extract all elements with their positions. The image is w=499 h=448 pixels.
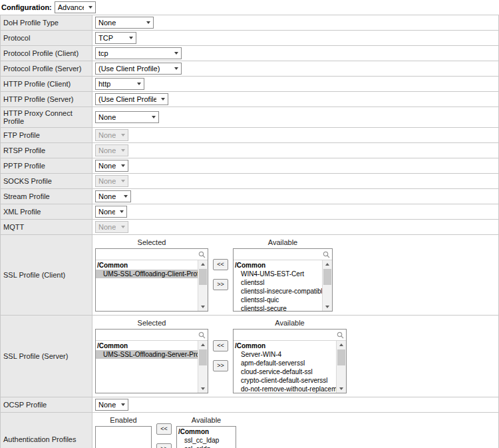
ssl-server-selected-header: Selected [95, 318, 208, 329]
http-proxy-connect-profile-select[interactable]: None [95, 111, 159, 123]
scroll-thumb[interactable] [337, 349, 345, 365]
xml-profile-cell: None [92, 204, 499, 220]
rtsp-profile-select: None [95, 144, 128, 156]
row-protocol-profile-server: Protocol Profile (Server) (Use Client Pr… [1, 61, 499, 77]
move-to-available-button[interactable]: >> [213, 279, 228, 290]
row-ftp-profile: FTP Profile None [1, 128, 499, 143]
scroll-down-icon[interactable] [198, 385, 208, 393]
scroll-down-icon[interactable] [198, 303, 208, 311]
http-profile-server-select[interactable]: (Use Client Profile) [95, 93, 168, 105]
protocol-profile-server-label: Protocol Profile (Server) [1, 61, 92, 77]
row-ssl-profile-client: SSL Profile (Client) Selected /Common UM… [1, 235, 499, 316]
list-item[interactable]: do-not-remove-without-replacement [234, 385, 336, 393]
scroll-thumb[interactable] [199, 349, 207, 365]
chevron-down-icon [137, 83, 141, 85]
ssl-client-available-listbox[interactable]: /Common WIN4-UMS-EST-Cert clientssl clie… [233, 248, 333, 312]
stream-profile-select[interactable]: None [95, 190, 131, 202]
ssl-server-available-search-input[interactable] [234, 330, 346, 341]
move-to-available-button[interactable]: >> [213, 360, 228, 371]
scrollbar[interactable] [322, 260, 332, 311]
list-group-header: /Common [177, 427, 236, 436]
select-value: (Use Client Profile) [98, 65, 160, 73]
socks-profile-cell: None [92, 174, 499, 189]
socks-profile-select: None [95, 175, 128, 187]
list-item[interactable]: clientssl-quic [234, 296, 322, 304]
move-to-selected-button[interactable]: << [213, 340, 228, 351]
ssl-client-selected-search-input[interactable] [96, 249, 208, 260]
configuration-select[interactable]: Advanced [55, 1, 96, 13]
row-xml-profile: XML Profile None [1, 204, 499, 220]
list-item[interactable]: UMS-SSL-Offloading-Server-Profile [96, 350, 198, 359]
list-item[interactable]: clientssl-secure [234, 304, 322, 311]
ssl-server-available-listbox[interactable]: /Common Server-WIN-4 apm-default-servers… [233, 329, 347, 393]
scroll-up-icon[interactable] [323, 260, 332, 268]
list-item[interactable]: clientssl [234, 278, 322, 287]
auth-move-buttons: << >> [156, 423, 172, 448]
scroll-up-icon[interactable] [198, 260, 208, 268]
ssl-client-available-search-input[interactable] [234, 249, 332, 260]
scroll-up-icon[interactable] [337, 341, 346, 349]
chevron-down-icon [121, 180, 125, 182]
doh-profile-type-select[interactable]: None [95, 17, 154, 29]
ftp-profile-cell: None [92, 128, 499, 143]
scroll-down-icon[interactable] [337, 385, 346, 393]
chevron-down-icon [124, 195, 128, 198]
select-value: None [98, 162, 116, 170]
list-item[interactable]: Server-WIN-4 [234, 350, 336, 359]
list-item[interactable]: clientssl-insecure-compatible [234, 287, 322, 296]
scroll-thumb[interactable] [199, 269, 207, 285]
row-protocol: Protocol TCP [1, 31, 499, 46]
stream-profile-label: Stream Profile [1, 189, 92, 204]
row-http-profile-server: HTTP Profile (Server) (Use Client Profil… [1, 92, 499, 107]
chevron-down-icon [174, 52, 178, 55]
list-item[interactable]: apm-default-serverssl [234, 359, 336, 367]
protocol-select[interactable]: TCP [95, 32, 136, 44]
ssl-profile-client-label: SSL Profile (Client) [1, 235, 92, 316]
move-to-enabled-button[interactable]: << [156, 423, 172, 435]
authentication-profiles-label: Authentication Profiles [1, 413, 92, 448]
http-profile-server-cell: (Use Client Profile) [92, 92, 499, 107]
select-value: None [98, 401, 116, 409]
list-item[interactable]: ssl_cc_ldap [177, 436, 236, 445]
select-value: None [98, 131, 116, 139]
http-profile-client-select[interactable]: http [95, 78, 144, 90]
scroll-down-icon[interactable] [323, 303, 332, 311]
pptp-profile-select[interactable]: None [95, 160, 128, 172]
http-proxy-connect-profile-label: HTTP Proxy Connect Profile [1, 107, 92, 128]
configuration-label: Configuration: [1, 3, 52, 11]
row-http-profile-client: HTTP Profile (Client) http [1, 77, 499, 92]
mqtt-select: None [95, 221, 128, 233]
ssl-client-available-header: Available [233, 238, 333, 248]
auth-available-listbox[interactable]: /Common ssl_cc_ldap ssl_crldp ssl_ocsp [176, 426, 236, 448]
ssl-client-selected-listbox[interactable]: /Common UMS-SSL-Offloading-Client-Profil… [95, 248, 208, 312]
protocol-profile-server-select[interactable]: (Use Client Profile) [95, 63, 182, 75]
ssl-client-dual-list: Selected /Common UMS-SSL-Offloading-Clie… [95, 236, 496, 314]
scrollbar[interactable] [198, 260, 208, 311]
ssl-server-selected-search-input[interactable] [96, 330, 208, 341]
ssl-server-selected-listbox[interactable]: /Common UMS-SSL-Offloading-Server-Profil… [95, 329, 208, 393]
xml-profile-select[interactable]: None [95, 206, 127, 218]
list-item[interactable]: UMS-SSL-Offloading-Client-Profile [96, 270, 198, 278]
search-icon [323, 251, 330, 258]
scroll-up-icon[interactable] [198, 341, 208, 349]
list-group-header: /Common [234, 261, 322, 270]
list-item[interactable]: WIN4-UMS-EST-Cert [234, 270, 322, 278]
ocsp-profile-select[interactable]: None [95, 399, 128, 411]
chevron-down-icon [121, 134, 125, 136]
list-item[interactable]: cloud-service-default-ssl [234, 367, 336, 376]
list-item[interactable]: crypto-client-default-serverssl [234, 376, 336, 385]
ssl-profile-server-label: SSL Profile (Server) [1, 316, 92, 397]
pptp-profile-cell: None [92, 158, 499, 174]
pptp-profile-label: PPTP Profile [1, 158, 92, 174]
scrollbar[interactable] [198, 341, 208, 393]
move-to-available-button[interactable]: >> [156, 443, 172, 448]
scroll-thumb[interactable] [323, 269, 331, 285]
auth-enabled-listbox[interactable] [95, 426, 152, 448]
protocol-profile-client-cell: tcp [92, 46, 499, 61]
scrollbar[interactable] [336, 341, 346, 393]
configuration-table: DoH Profile Type None Protocol TCP Proto… [0, 15, 499, 448]
move-to-selected-button[interactable]: << [213, 259, 228, 270]
list-item[interactable]: ssl_crldp [177, 445, 236, 448]
protocol-profile-client-select[interactable]: tcp [95, 47, 182, 59]
http-profile-client-cell: http [92, 77, 499, 92]
